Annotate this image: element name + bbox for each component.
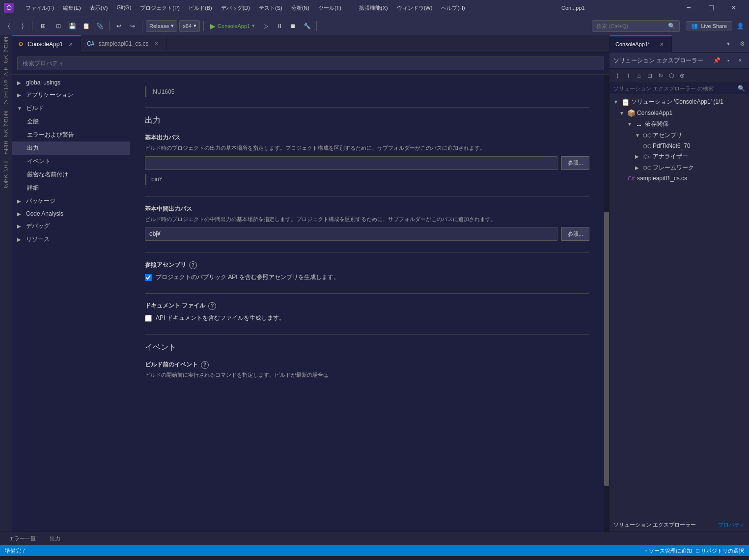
base-output-browse-button[interactable]: 参照... xyxy=(561,156,589,170)
tab-right-consoleapp1[interactable]: ConsoleApp1* × xyxy=(610,35,672,53)
menu-window[interactable]: ウィンドウ(W) xyxy=(393,2,437,14)
scrollbar-thumb[interactable] xyxy=(604,212,609,486)
nav-forward-button[interactable]: ⟩ xyxy=(17,20,28,32)
sol-item-consoleapp1[interactable]: ▼ 📦 ConsoleApp1 xyxy=(610,108,749,118)
field-base-output-path: 基本出力パス ビルド時のプロジェクトの出力の基本場所を指定します。プロジェクト構… xyxy=(145,134,589,185)
toolbar-debug[interactable]: ⏸ xyxy=(274,20,285,32)
menu-view[interactable]: 表示(V) xyxy=(86,2,112,14)
toolbar-btn-3[interactable]: 💾 xyxy=(66,20,78,32)
toolbar-back-btn[interactable]: ⟨ xyxy=(612,71,622,81)
search-property-input[interactable] xyxy=(17,56,604,70)
menu-tools[interactable]: ツール(T) xyxy=(314,2,345,14)
menu-test[interactable]: テスト(S) xyxy=(255,2,286,14)
pin-button[interactable]: 📌 xyxy=(712,56,721,65)
tab-close-consoleapp1[interactable]: × xyxy=(67,40,75,48)
tree-application[interactable]: ▶ アプリケーション xyxy=(12,88,130,102)
strip-btn-1[interactable]: ソリューション エクスプローラー xyxy=(0,37,11,111)
menu-file[interactable]: ファイル(F) xyxy=(22,2,58,14)
run-button[interactable]: ▶ ConsoleApp1 ▾ xyxy=(207,21,258,31)
tab-sampleapi[interactable]: C# sampleapi01_cs.cs × xyxy=(81,35,166,53)
tree-build-advanced[interactable]: 詳細 xyxy=(12,181,130,195)
tab-settings-icon[interactable]: ⚙ xyxy=(735,35,749,53)
platform-dropdown[interactable]: x64 ▾ xyxy=(179,20,200,32)
tab-dropdown-icon[interactable]: ▾ xyxy=(721,35,735,53)
menu-analyze[interactable]: 分析(N) xyxy=(287,2,313,14)
menu-build[interactable]: ビルド(B) xyxy=(185,2,216,14)
tree-package[interactable]: ▶ パッケージ xyxy=(12,195,130,208)
status-source-control[interactable]: ↑ ソース管理に追加 xyxy=(645,547,693,555)
toolbar-btn-2[interactable]: ⊡ xyxy=(53,20,64,32)
minimize-button[interactable]: − xyxy=(677,0,700,16)
toolbar-sync-btn[interactable]: ⊡ xyxy=(645,71,655,81)
dock-button[interactable]: ▪ xyxy=(723,56,733,65)
menu-debug[interactable]: デバッグ(D) xyxy=(217,2,254,14)
tree-build-output[interactable]: 出力 xyxy=(12,141,130,155)
toolbar-collapse-btn[interactable]: ⬡ xyxy=(666,71,676,81)
toolbar-btn-1[interactable]: ⊞ xyxy=(36,20,51,32)
toolbar-show-all-btn[interactable]: ⊕ xyxy=(677,71,687,81)
tree-build-strict[interactable]: 厳密な名前付け xyxy=(12,168,130,181)
strip-btn-2[interactable]: チームエクスプローラー xyxy=(0,112,11,161)
solution-explorer-switch-label[interactable]: ソリューション エクスプローラー xyxy=(613,521,696,529)
bottom-tab-errors[interactable]: エラー一覧 xyxy=(4,533,41,544)
pre-build-info-icon[interactable]: ? xyxy=(201,361,209,369)
toolbar-run-alt[interactable]: ▷ xyxy=(260,20,272,32)
tree-code-analysis[interactable]: ▶ Code Analysis xyxy=(12,208,130,220)
sol-item-solution[interactable]: ▼ 📋 ソリューション 'ConsoleApp1' (1/1 xyxy=(610,96,749,108)
doc-file-info-icon[interactable]: ? xyxy=(208,302,216,310)
toolbar-home-btn[interactable]: ⌂ xyxy=(634,71,644,81)
toolbar-forward-btn[interactable]: ⟩ xyxy=(623,71,633,81)
doc-file-checkbox[interactable] xyxy=(145,315,152,322)
toolbar-refresh-btn[interactable]: ↻ xyxy=(656,71,666,81)
nav-back-button[interactable]: ⟨ xyxy=(3,20,15,32)
menu-project[interactable]: プロジェクト(P) xyxy=(136,2,184,14)
sol-item-sampleapi[interactable]: C# sampleapi01_cs.cs xyxy=(610,173,749,183)
sol-item-framework[interactable]: ▶ ⬡⬡ フレームワーク xyxy=(610,162,749,173)
toolbar-btn-5[interactable]: 📎 xyxy=(94,20,106,32)
bottom-tab-output[interactable]: 出力 xyxy=(45,533,65,544)
tab-close-right[interactable]: × xyxy=(658,40,666,48)
solution-search-input[interactable] xyxy=(613,85,735,91)
tree-global-usings[interactable]: ▶ global usings xyxy=(12,77,130,88)
status-repo-select[interactable]: □ リポジトリの選択 xyxy=(696,547,744,555)
undo-button[interactable]: ↩ xyxy=(113,20,125,32)
tree-build[interactable]: ▼ ビルド xyxy=(12,102,130,115)
tree-debug[interactable]: ▶ デバッグ xyxy=(12,220,130,233)
ref-assembly-checkbox[interactable] xyxy=(145,274,152,281)
sol-item-dependencies[interactable]: ▼ ⚏ 依存関係 xyxy=(610,118,749,130)
chevron-icon: ▶ xyxy=(17,80,23,85)
menu-git[interactable]: Git(G) xyxy=(112,2,135,14)
release-dropdown[interactable]: Release ▾ xyxy=(146,20,177,32)
search-input[interactable] xyxy=(596,23,665,29)
tree-resources[interactable]: ▶ リソース xyxy=(12,233,130,246)
ref-assembly-info-icon[interactable]: ? xyxy=(189,261,197,269)
close-button[interactable]: × xyxy=(722,0,745,16)
tree-label: Code Analysis xyxy=(26,210,63,217)
properties-switch-label[interactable]: プロパティ xyxy=(718,521,745,529)
menu-help[interactable]: ヘルプ(H) xyxy=(437,2,469,14)
toolbar-btn-4[interactable]: 📋 xyxy=(80,20,92,32)
sol-item-assembly[interactable]: ▼ ⬡⬡ アセンブリ xyxy=(610,130,749,141)
sol-item-analyzer[interactable]: ▶ ⬡⌕ アナライザー xyxy=(610,151,749,162)
sol-item-pdftknet[interactable]: ⬡⬡ PdfTkNet6_70 xyxy=(610,141,749,151)
strip-btn-3[interactable]: クラスビュー xyxy=(0,162,11,195)
base-output-path-input[interactable] xyxy=(145,156,557,170)
liveshare-button[interactable]: 👥 Live Share xyxy=(686,21,732,30)
base-int-browse-button[interactable]: 参照... xyxy=(561,227,589,241)
base-int-output-input[interactable] xyxy=(145,227,557,241)
maximize-button[interactable]: □ xyxy=(700,0,722,16)
close-panel-button[interactable]: × xyxy=(735,56,745,65)
redo-button[interactable]: ↪ xyxy=(127,20,139,32)
menu-extensions[interactable]: 拡張機能(X) xyxy=(355,2,392,14)
menu-edit[interactable]: 編集(E) xyxy=(59,2,85,14)
tab-close-sampleapi[interactable]: × xyxy=(152,40,160,48)
tree-build-errors[interactable]: エラーおよび警告 xyxy=(12,128,130,141)
toolbar-stop[interactable]: ⏹ xyxy=(287,20,299,32)
search-box[interactable]: 🔍 xyxy=(592,20,680,32)
tree-build-general[interactable]: 全般 xyxy=(12,115,130,128)
scrollbar-track[interactable] xyxy=(604,75,609,532)
toolbar-attach[interactable]: 🔧 xyxy=(301,20,313,32)
account-button[interactable]: 👤 xyxy=(734,20,746,32)
tab-consoleapp1[interactable]: ⚙ ConsoleApp1 × xyxy=(12,35,81,53)
tree-build-event[interactable]: イベント xyxy=(12,155,130,168)
